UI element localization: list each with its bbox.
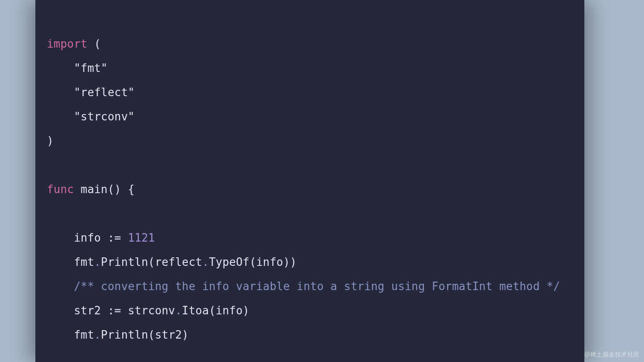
keyword-func: func (47, 183, 74, 196)
indent (47, 280, 74, 293)
ident-strconv: str2 := strconv (74, 304, 175, 317)
indent (47, 328, 74, 341)
string-reflect: "reflect" (74, 86, 135, 99)
watermark-text: @稀土掘金技术社区 (584, 351, 640, 359)
indent (47, 231, 74, 244)
ident-println: Println(reflect (101, 256, 202, 268)
ident-typeof: TypeOf(info)) (209, 256, 297, 268)
dot: . (202, 256, 209, 268)
indent (47, 86, 74, 99)
indent (47, 304, 74, 317)
comment: /** converting the info variable into a … (74, 280, 560, 293)
number-literal: 1121 (128, 231, 155, 244)
paren-open: ( (87, 37, 101, 50)
indent (47, 110, 74, 123)
paren-close: ) (47, 134, 54, 147)
assign: info := (74, 231, 128, 244)
string-strconv: "strconv" (74, 110, 135, 123)
dot: . (175, 304, 182, 317)
ident-itoa: Itoa(info) (182, 304, 250, 317)
ident-println: Println(str2) (101, 328, 189, 341)
keyword-import: import (47, 37, 87, 50)
func-sig: main() { (74, 183, 135, 196)
dot: . (94, 256, 101, 268)
string-fmt: "fmt" (74, 62, 107, 74)
ident-fmt: fmt (74, 256, 94, 268)
code-block: import ( "fmt" "reflect" "strconv" ) fun… (47, 32, 560, 347)
ident-fmt: fmt (74, 328, 94, 341)
indent (47, 62, 74, 74)
dot: . (94, 328, 101, 341)
code-frame: import ( "fmt" "reflect" "strconv" ) fun… (35, 0, 584, 362)
indent (47, 256, 74, 268)
